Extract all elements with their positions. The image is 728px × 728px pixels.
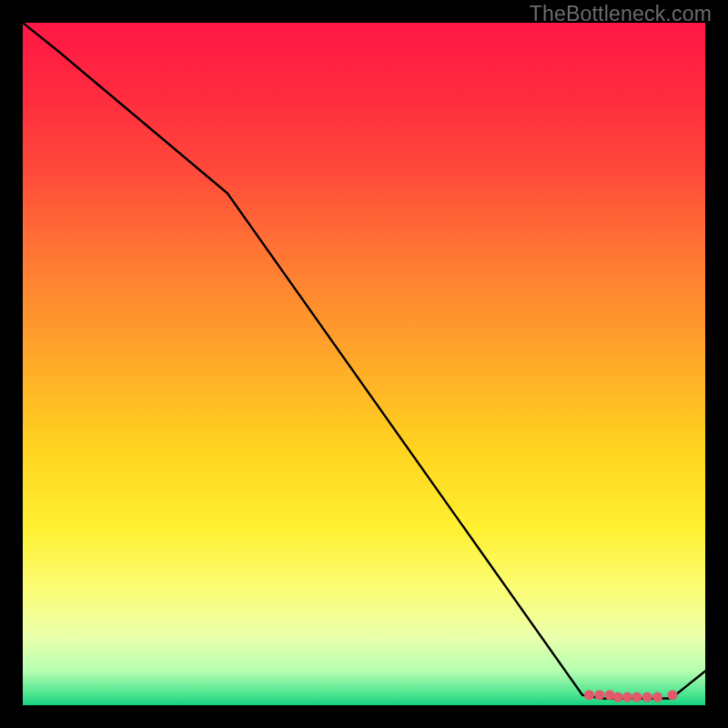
- chart-svg: [23, 23, 705, 705]
- marker-dot: [613, 693, 623, 703]
- marker-dot: [668, 690, 678, 700]
- plot-area: [23, 23, 705, 705]
- marker-dot: [632, 693, 642, 703]
- marker-dot: [652, 693, 662, 703]
- marker-dot: [622, 693, 632, 703]
- marker-dot: [594, 690, 604, 700]
- gradient-background: [23, 23, 705, 705]
- chart-frame: TheBottleneck.com: [0, 0, 728, 728]
- marker-dot: [642, 693, 652, 703]
- marker-dot: [584, 690, 594, 700]
